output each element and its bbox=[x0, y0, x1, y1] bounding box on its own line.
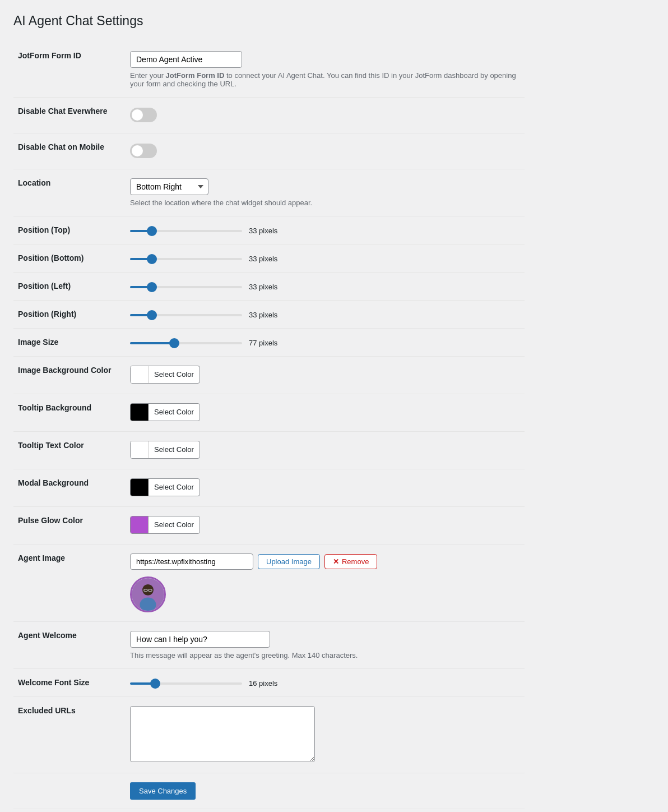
control-jotform-id: Enter your JotForm Form ID to connect yo… bbox=[126, 42, 525, 98]
control-agent-welcome: This message will appear as the agent's … bbox=[126, 622, 525, 669]
label-image-size: Image Size bbox=[13, 329, 126, 357]
label-position-top: Position (Top) bbox=[13, 216, 126, 244]
row-pulse-glow: Pulse Glow Color Select Color bbox=[13, 507, 525, 545]
remove-label: Remove bbox=[342, 557, 369, 566]
label-agent-welcome: Agent Welcome bbox=[13, 622, 126, 669]
label-agent-image: Agent Image bbox=[13, 545, 126, 622]
label-jotform-id: JotForm Form ID bbox=[13, 42, 126, 98]
agent-welcome-input[interactable] bbox=[130, 631, 270, 648]
control-disable-chat-everywhere[interactable] bbox=[126, 98, 525, 133]
slider-row-position-bottom: 33 pixels bbox=[130, 255, 520, 263]
control-position-bottom: 33 pixels bbox=[126, 244, 525, 273]
slider-row-position-right: 33 pixels bbox=[130, 311, 520, 319]
row-jotform-id: JotForm Form ID Enter your JotForm Form … bbox=[13, 42, 525, 98]
slider-row-welcome-font-size: 16 pixels bbox=[130, 679, 520, 688]
label-disable-chat-mobile: Disable Chat on Mobile bbox=[13, 133, 126, 169]
row-disable-chat-mobile: Disable Chat on Mobile bbox=[13, 133, 525, 169]
swatch-modal-bg bbox=[131, 479, 149, 496]
value-position-right: 33 pixels bbox=[249, 311, 277, 319]
value-image-size: 77 pixels bbox=[249, 339, 277, 347]
color-btn-image-bg[interactable]: Select Color bbox=[130, 366, 200, 384]
row-position-bottom: Position (Bottom) 33 pixels bbox=[13, 244, 525, 273]
row-position-right: Position (Right) 33 pixels bbox=[13, 301, 525, 329]
slider-welcome-font-size[interactable] bbox=[130, 682, 242, 685]
row-agent-image: Agent Image Upload Image ✕ Remove bbox=[13, 545, 525, 622]
slider-row-position-top: 33 pixels bbox=[130, 227, 520, 235]
control-modal-bg: Select Color bbox=[126, 469, 525, 507]
slider-position-top[interactable] bbox=[130, 230, 242, 232]
jotform-form-id-input[interactable] bbox=[130, 51, 242, 68]
control-image-size: 77 pixels bbox=[126, 329, 525, 357]
control-position-left: 33 pixels bbox=[126, 273, 525, 301]
label-position-right: Position (Right) bbox=[13, 301, 126, 329]
slider-position-right[interactable] bbox=[130, 314, 242, 316]
agent-welcome-hint: This message will appear as the agent's … bbox=[130, 651, 520, 659]
toggle-slider-disable-chat-everywhere bbox=[130, 108, 157, 122]
color-label-pulse-glow: Select Color bbox=[149, 516, 200, 533]
label-disable-chat-everywhere: Disable Chat Everwhere bbox=[13, 98, 126, 133]
row-welcome-font-size: Welcome Font Size 16 pixels bbox=[13, 669, 525, 697]
save-changes-button[interactable]: Save Changes bbox=[130, 782, 196, 800]
row-save: Save Changes bbox=[13, 773, 525, 809]
label-modal-bg: Modal Background bbox=[13, 469, 126, 507]
value-position-top: 33 pixels bbox=[249, 227, 277, 235]
row-disable-chat-everywhere: Disable Chat Everwhere bbox=[13, 98, 525, 133]
control-welcome-font-size: 16 pixels bbox=[126, 669, 525, 697]
agent-image-url-input[interactable] bbox=[130, 553, 253, 570]
color-label-tooltip-bg: Select Color bbox=[149, 404, 200, 421]
avatar-person-svg bbox=[132, 576, 164, 612]
toggle-slider-disable-chat-mobile bbox=[130, 144, 157, 158]
control-excluded-urls bbox=[126, 697, 525, 773]
label-excluded-urls: Excluded URLs bbox=[13, 697, 126, 773]
control-tooltip-bg: Select Color bbox=[126, 394, 525, 432]
color-btn-tooltip-text[interactable]: Select Color bbox=[130, 441, 200, 459]
row-modal-bg: Modal Background Select Color bbox=[13, 469, 525, 507]
value-position-left: 33 pixels bbox=[249, 283, 277, 291]
swatch-image-bg bbox=[131, 366, 149, 383]
swatch-pulse-glow bbox=[131, 516, 149, 533]
label-position-bottom: Position (Bottom) bbox=[13, 244, 126, 273]
color-btn-modal-bg[interactable]: Select Color bbox=[130, 478, 200, 496]
label-tooltip-text-color: Tooltip Text Color bbox=[13, 432, 126, 469]
excluded-urls-textarea[interactable] bbox=[130, 706, 315, 762]
color-label-modal-bg: Select Color bbox=[149, 479, 200, 496]
slider-image-size[interactable] bbox=[130, 342, 242, 344]
control-position-top: 33 pixels bbox=[126, 216, 525, 244]
upload-image-button[interactable]: Upload Image bbox=[258, 554, 320, 569]
color-btn-pulse-glow[interactable]: Select Color bbox=[130, 516, 200, 534]
jotform-id-hint: Enter your JotForm Form ID to connect yo… bbox=[130, 71, 520, 88]
toggle-disable-chat-everywhere[interactable] bbox=[130, 108, 157, 122]
label-image-bg-color: Image Background Color bbox=[13, 357, 126, 394]
remove-image-button[interactable]: ✕ Remove bbox=[324, 554, 377, 569]
row-location: Location Bottom Right Bottom Left Top Ri… bbox=[13, 169, 525, 216]
control-tooltip-text-color: Select Color bbox=[126, 432, 525, 469]
row-excluded-urls: Excluded URLs bbox=[13, 697, 525, 773]
row-tooltip-bg: Tooltip Background Select Color bbox=[13, 394, 525, 432]
row-image-size: Image Size 77 pixels bbox=[13, 329, 525, 357]
label-welcome-font-size: Welcome Font Size bbox=[13, 669, 126, 697]
control-disable-chat-mobile[interactable] bbox=[126, 133, 525, 169]
swatch-tooltip-bg bbox=[131, 404, 149, 421]
slider-row-image-size: 77 pixels bbox=[130, 339, 520, 347]
location-select[interactable]: Bottom Right Bottom Left Top Right Top L… bbox=[130, 178, 208, 195]
slider-position-left[interactable] bbox=[130, 286, 242, 288]
color-btn-tooltip-bg[interactable]: Select Color bbox=[130, 403, 200, 421]
x-icon: ✕ bbox=[333, 557, 339, 566]
color-label-tooltip-text: Select Color bbox=[149, 441, 200, 458]
row-image-bg-color: Image Background Color Select Color bbox=[13, 357, 525, 394]
row-agent-welcome: Agent Welcome This message will appear a… bbox=[13, 622, 525, 669]
row-position-left: Position (Left) 33 pixels bbox=[13, 273, 525, 301]
value-position-bottom: 33 pixels bbox=[249, 255, 277, 263]
toggle-disable-chat-mobile[interactable] bbox=[130, 144, 157, 158]
row-position-top: Position (Top) 33 pixels bbox=[13, 216, 525, 244]
value-welcome-font-size: 16 pixels bbox=[249, 679, 277, 688]
swatch-tooltip-text bbox=[131, 441, 149, 458]
slider-position-bottom[interactable] bbox=[130, 258, 242, 260]
agent-avatar-preview bbox=[130, 576, 166, 612]
svg-point-2 bbox=[140, 597, 156, 611]
control-pulse-glow: Select Color bbox=[126, 507, 525, 545]
label-pulse-glow: Pulse Glow Color bbox=[13, 507, 126, 545]
label-position-left: Position (Left) bbox=[13, 273, 126, 301]
label-tooltip-bg: Tooltip Background bbox=[13, 394, 126, 432]
agent-image-controls: Upload Image ✕ Remove bbox=[130, 553, 520, 570]
